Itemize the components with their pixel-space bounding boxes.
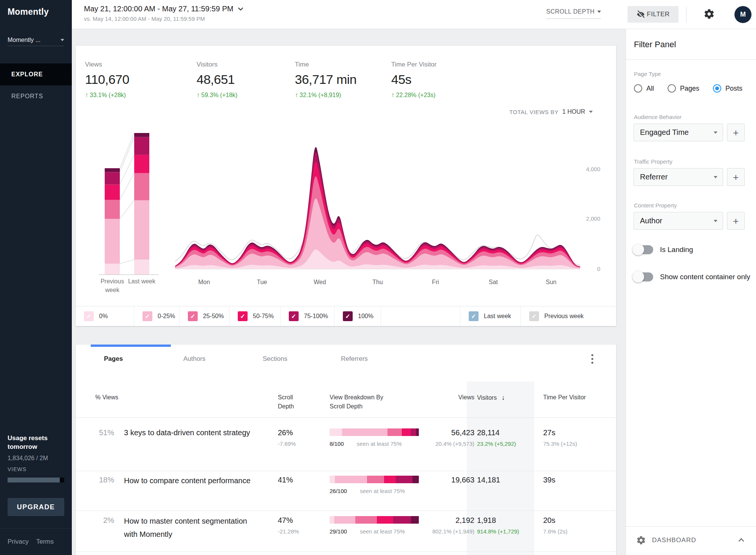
compare-range-label: vs. May 14, 12:00:00 AM - May 20, 11:59:… (84, 15, 243, 22)
tab-referrers[interactable]: Referrers (341, 355, 368, 363)
breakdown-segment-0% (330, 428, 342, 436)
checkbox-checked-icon: ✓ (84, 311, 94, 321)
chevron-down-icon (597, 11, 601, 13)
stat-time: Time 36,717 min ↑32.1% (+8,919) (295, 61, 356, 99)
divider (626, 59, 756, 60)
legend-checkbox-last-week[interactable]: ✓ Last week (460, 306, 521, 326)
x-axis-tick-thu: Thu (364, 279, 391, 286)
header-views[interactable]: Views (437, 393, 474, 402)
pages-table-card: Pages Authors Sections Referrers % Views… (76, 345, 616, 555)
overview-chart-card: Views 110,670 ↑33.1% (+28k) Visitors 48,… (76, 46, 616, 326)
table-row[interactable]: 2% How to master content segmentation wi… (76, 511, 616, 552)
sidebar-item-reports[interactable]: REPORTS (0, 85, 72, 107)
legend-checkbox-100pct[interactable]: ✓ 100% (335, 306, 381, 326)
pct-views-value: 2% (83, 516, 114, 525)
header-pct-views[interactable]: % Views (95, 393, 118, 402)
bar-segment-0% (134, 260, 149, 275)
date-range-label: May 21, 12:00:00 AM - May 27, 11:59:59 P… (84, 5, 233, 13)
bar-segment-100% (105, 168, 120, 172)
radio-all[interactable]: All (634, 84, 654, 93)
up-arrow-icon: ↑ (295, 91, 298, 99)
seen-label: seen at least 75% (360, 528, 405, 535)
add-traffic-property-button[interactable]: + (727, 168, 745, 186)
usage-reset-text: Usage resets tomorrow (8, 434, 57, 451)
privacy-link[interactable]: Privacy (8, 538, 29, 546)
bar-connector-line (120, 155, 134, 185)
usage-count: 1,834,026 / 2M (8, 455, 48, 462)
page-type-radio-group: All Pages Posts (634, 84, 742, 93)
visitors-cell: 28,114 23.2% (+5,292) (477, 428, 534, 447)
breakdown-segment-0-25% (342, 428, 387, 436)
total-views-by-dropdown[interactable]: TOTAL VIEWS BY 1 HOUR (491, 108, 593, 115)
tab-authors[interactable]: Authors (183, 355, 206, 363)
upgrade-button[interactable]: UPGRADE (8, 498, 64, 516)
views-delta: 20.4% (+9,573) (399, 441, 474, 447)
add-audience-behavior-button[interactable]: + (727, 124, 745, 141)
tab-sections[interactable]: Sections (263, 355, 287, 363)
radio-pages[interactable]: Pages (668, 84, 699, 93)
legend-checkbox-previous-week[interactable]: ✓ Previous week (521, 306, 616, 326)
filter-toggle-button[interactable]: FILTER (627, 6, 679, 23)
bar-segment-25-50% (105, 200, 120, 219)
traffic-property-select[interactable]: Referrer (634, 168, 723, 186)
table-row[interactable]: 51% 3 keys to data-driven content strate… (76, 418, 616, 471)
date-range-selector[interactable]: May 21, 12:00:00 AM - May 27, 11:59:59 P… (84, 5, 243, 22)
legend-checkbox-0pct[interactable]: ✓ 0% (76, 306, 134, 326)
header-scroll-depth[interactable]: Scroll Depth (278, 393, 304, 411)
bar-segment-0% (105, 264, 120, 275)
usage-progress-bar (8, 478, 64, 482)
terms-link[interactable]: Terms (36, 538, 54, 546)
legend-checkbox-25-50pct[interactable]: ✓ 25-50% (180, 306, 229, 326)
weekly-totals-bar-chart (94, 128, 163, 277)
content-property-value: Author (640, 216, 662, 225)
legend-checkbox-0-25pct[interactable]: ✓ 0-25% (134, 306, 180, 326)
checkbox-checked-icon: ✓ (188, 311, 198, 321)
chart-legend: ✓ 0% ✓ 0-25% ✓ 25-50% ✓ 50-75% ✓ 75-100%… (76, 306, 616, 326)
active-tab-indicator (91, 345, 171, 347)
legend-checkbox-50-75pct[interactable]: ✓ 50-75% (229, 306, 280, 326)
radio-posts[interactable]: Posts (713, 84, 742, 93)
avatar[interactable]: M (734, 6, 751, 23)
bar-segment-25-50% (134, 173, 149, 200)
dashboard-button[interactable]: DASHBOARD (626, 532, 756, 549)
content-property-label: Content Property (634, 202, 677, 209)
topbar-divider (686, 6, 686, 23)
page-title-link[interactable]: 3 keys to data-driven content strategy (124, 426, 254, 439)
header-visitors[interactable]: Visitors ↓ (477, 393, 505, 402)
audience-behavior-select[interactable]: Engaged Time (634, 124, 723, 141)
radio-icon (668, 84, 676, 93)
filter-panel-title: Filter Panel (634, 40, 676, 49)
page-title-link[interactable]: How to master content segmentation with … (124, 515, 254, 541)
x-axis-tick-fri: Fri (422, 279, 449, 286)
add-content-property-button[interactable]: + (727, 212, 745, 230)
tab-pages[interactable]: Pages (104, 355, 123, 363)
content-container-toggle[interactable] (634, 272, 653, 281)
divider (626, 526, 756, 527)
settings-button[interactable] (703, 8, 715, 20)
stat-delta: ↑32.1% (+8,919) (295, 91, 356, 99)
radio-icon (713, 84, 721, 93)
legend-checkbox-75-100pct[interactable]: ✓ 75-100% (280, 306, 335, 326)
header-time-per-visitor[interactable]: Time Per Visitor (543, 393, 586, 402)
traffic-property-row: Referrer + (634, 168, 745, 186)
content-container-toggle-row: Show content container only (634, 272, 750, 281)
sidebar-item-explore[interactable]: EXPLORE (0, 63, 72, 85)
content-property-select[interactable]: Author (634, 212, 723, 230)
bar-segment-100% (134, 133, 149, 137)
metric-selector-dropdown[interactable]: SCROLL DEPTH (546, 8, 601, 19)
usage-progress-fill (8, 478, 60, 482)
bar-segment-0-25% (134, 200, 149, 260)
account-selector[interactable]: Momently ... (8, 34, 64, 46)
table-options-menu-button[interactable] (587, 353, 598, 366)
header-view-breakdown[interactable]: View Breakdown By Scroll Depth (330, 393, 386, 411)
breakdown-segment-0-25% (334, 516, 356, 524)
momently-analytics-app: Momently Momently ... EXPLORE REPORTS Us… (0, 0, 756, 555)
bar-segment-75-100% (105, 172, 120, 184)
visitors-cell: 1,918 914.8% (+1,729) (477, 516, 534, 535)
chevron-down-icon (714, 176, 717, 178)
is-landing-toggle[interactable] (634, 245, 653, 254)
page-title-link[interactable]: How to compare content performance (124, 474, 254, 487)
chevron-up-icon (738, 538, 744, 542)
checkbox-checked-icon: ✓ (289, 311, 299, 321)
table-row[interactable]: 18% How to compare content performance 4… (76, 471, 616, 511)
